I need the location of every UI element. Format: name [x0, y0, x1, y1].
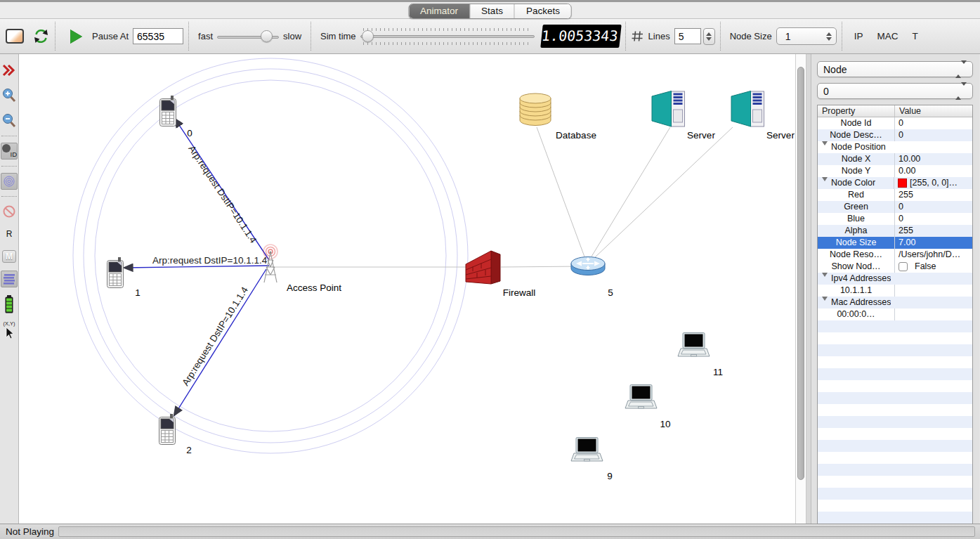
node-server-2[interactable]	[731, 91, 764, 127]
tab-animator[interactable]: Animator	[409, 4, 470, 18]
spiral-icon	[1, 174, 17, 189]
node-0[interactable]	[160, 96, 176, 126]
reload-button[interactable]	[32, 27, 50, 45]
entity-type-combo[interactable]: Node	[817, 61, 973, 77]
property-row[interactable]: Ipv4 Addresses	[818, 273, 972, 285]
topology-canvas[interactable]: Arp:request DstIP=10.1.1.4Arp:request Ds…	[19, 54, 796, 524]
lines-value[interactable]: 5	[674, 28, 701, 44]
collapse-triangle-icon[interactable]	[822, 177, 828, 181]
property-row[interactable]: Node Color[255, 0, 0]…	[818, 177, 972, 189]
scrollbar-thumb[interactable]	[797, 67, 804, 480]
property-row[interactable]: Alpha255	[818, 225, 972, 237]
p2p-link	[501, 266, 582, 267]
property-row[interactable]: Node Desc…0	[818, 129, 972, 141]
property-row[interactable]: Green0	[818, 201, 972, 213]
zoom-out-icon	[1, 113, 17, 129]
property-row[interactable]: Node X10.00	[818, 153, 972, 165]
collapse-triangle-icon[interactable]	[822, 297, 828, 301]
play-icon	[70, 30, 82, 44]
combo-arrows-icon	[955, 86, 967, 96]
property-row[interactable]: 00:00:0…	[818, 309, 972, 320]
empty-row	[818, 320, 972, 332]
lines-spinbox[interactable]: 5	[674, 28, 715, 45]
play-button[interactable]	[60, 30, 82, 44]
reset-button[interactable]: R	[1, 226, 18, 242]
node-database[interactable]	[520, 93, 551, 126]
property-value: /Users/john/D…	[899, 249, 960, 261]
property-row[interactable]: 10.1.1.1	[818, 285, 972, 297]
property-row[interactable]: Node Y0.00	[818, 165, 972, 177]
property-row[interactable]: Red255	[818, 189, 972, 201]
property-row[interactable]: Show Nod…False	[818, 261, 972, 273]
mobility-button[interactable]: M	[1, 248, 18, 265]
zoom-in-button[interactable]	[1, 87, 18, 104]
canvas-vertical-scrollbar[interactable]	[796, 54, 806, 524]
speed-slider-handle[interactable]	[261, 30, 273, 42]
property-row[interactable]: Node Reso…/Users/john/D…	[818, 249, 972, 261]
node-9[interactable]	[571, 438, 603, 462]
collapse-triangle-icon[interactable]	[822, 141, 828, 145]
value-column-header[interactable]: Value	[895, 105, 972, 117]
property-column-header[interactable]: Property	[818, 105, 895, 117]
entity-type-value: Node	[823, 64, 955, 75]
node-server-1[interactable]	[652, 91, 685, 127]
property-row[interactable]: Node Position	[818, 141, 972, 153]
block-packets-button[interactable]	[1, 203, 18, 220]
battery-icon	[1, 294, 17, 314]
sim-time-slider[interactable]	[360, 28, 535, 45]
node-label: 9	[607, 471, 613, 481]
sim-time-track[interactable]	[360, 35, 535, 38]
ip-button[interactable]: IP	[854, 31, 863, 41]
empty-row	[818, 512, 972, 524]
node-label: 0	[187, 128, 192, 138]
property-value-cell: 7.00	[895, 237, 972, 249]
pause-at-input[interactable]	[133, 28, 183, 44]
empty-row	[818, 428, 972, 440]
combo-arrows-icon	[955, 64, 967, 74]
t-button[interactable]: T	[912, 31, 917, 41]
sim-time-handle[interactable]	[362, 30, 374, 42]
toolbar-separator	[188, 22, 189, 51]
node-firewall[interactable]	[466, 251, 500, 284]
mac-button[interactable]: MAC	[877, 31, 898, 41]
spin-up-icon[interactable]	[706, 32, 712, 36]
collapse-triangle-icon[interactable]	[822, 273, 828, 277]
node-10[interactable]	[625, 385, 657, 409]
sim-time-ticks	[363, 28, 532, 31]
show-meta-button[interactable]	[1, 271, 18, 287]
property-row[interactable]: Mac Addresses	[818, 297, 972, 309]
property-value-cell: 10.00	[895, 153, 972, 165]
color-swatch[interactable]	[898, 178, 907, 188]
playback-progress-bar	[58, 526, 975, 537]
node-label: 1	[135, 287, 141, 298]
spin-down-icon[interactable]	[706, 37, 712, 41]
property-value: False	[915, 261, 936, 273]
battery-button[interactable]	[1, 296, 18, 313]
cursor-arrow-icon	[4, 327, 15, 339]
tab-packets[interactable]: Packets	[515, 4, 571, 18]
node-id-toggle-button[interactable]: ID	[1, 143, 18, 160]
node-1[interactable]	[107, 257, 124, 288]
wireless-circles-button[interactable]	[1, 173, 18, 190]
node-11[interactable]	[678, 333, 710, 357]
speed-slider[interactable]	[217, 30, 279, 43]
property-row[interactable]: Blue0	[818, 213, 972, 225]
snapshot-button[interactable]	[6, 29, 24, 44]
show-position-button[interactable]: (X,Y)	[1, 320, 18, 341]
node-size-combo[interactable]: 1	[776, 27, 837, 45]
property-row[interactable]: Node Id0	[818, 117, 972, 129]
checkbox[interactable]	[899, 262, 908, 271]
entity-instance-combo[interactable]: 0	[817, 83, 973, 99]
lines-spin-buttons[interactable]	[703, 28, 715, 45]
lines-stack-icon	[2, 272, 16, 286]
property-row[interactable]: Node Size7.00	[818, 237, 972, 249]
property-value: 0.00	[899, 165, 915, 177]
node-5[interactable]	[571, 257, 605, 275]
panel-splitter[interactable]	[806, 54, 811, 524]
node-2[interactable]	[159, 414, 176, 445]
fast-forward-button[interactable]	[1, 62, 18, 79]
tab-bar: AnimatorStatsPackets	[0, 2, 980, 19]
grid-button[interactable]	[631, 30, 644, 43]
tab-stats[interactable]: Stats	[470, 4, 515, 18]
zoom-out-button[interactable]	[1, 112, 18, 129]
